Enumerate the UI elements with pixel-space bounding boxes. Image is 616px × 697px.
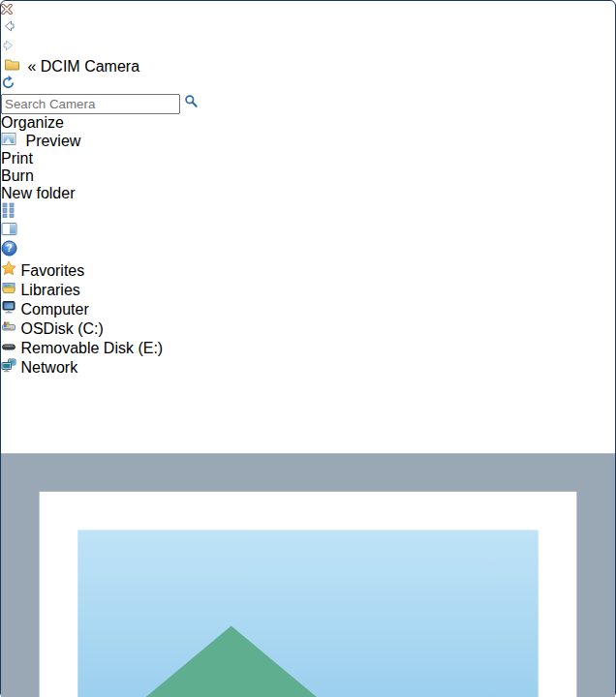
image-file-icon xyxy=(1,377,615,697)
breadcrumb-item-dcim[interactable]: DCIM xyxy=(41,58,80,75)
window-controls xyxy=(1,1,615,18)
svg-text:?: ? xyxy=(6,243,12,254)
forward-arrow-icon xyxy=(1,38,16,53)
breadcrumb-item-camera[interactable]: Camera xyxy=(84,58,139,75)
star-icon xyxy=(1,262,20,279)
search-box[interactable] xyxy=(1,94,615,114)
sidebar-item-favorites[interactable]: Favorites xyxy=(1,260,615,280)
sidebar-item-label: OSDisk (C:) xyxy=(20,320,103,337)
organize-label: Organize xyxy=(1,114,64,131)
back-arrow-icon xyxy=(1,18,16,34)
sidebar-item-computer[interactable]: Computer xyxy=(1,299,615,318)
sidebar-item-label: Computer xyxy=(20,301,88,318)
change-view-button[interactable] xyxy=(1,202,615,222)
help-icon: ? xyxy=(1,240,17,257)
preview-pane-toggle-button[interactable] xyxy=(1,222,615,240)
new-folder-label: New folder xyxy=(1,185,75,201)
sidebar-item-label: Libraries xyxy=(20,282,79,298)
network-icon xyxy=(1,359,20,376)
address-bar[interactable]: « DCIM Camera xyxy=(1,57,615,94)
help-button[interactable]: ? xyxy=(1,240,615,260)
sidebar-item-label: Network xyxy=(20,359,77,376)
titlebar xyxy=(1,1,615,18)
breadcrumb-overflow-chevron[interactable]: « xyxy=(27,58,36,75)
forward-button[interactable] xyxy=(1,38,615,57)
views-grid-icon xyxy=(1,202,17,218)
breadcrumb: « DCIM Camera xyxy=(1,57,615,76)
print-button[interactable]: Print xyxy=(1,150,615,167)
explorer-body: Favorites Libraries xyxy=(1,260,615,697)
command-toolbar: Organize Preview Print Burn New fo xyxy=(1,114,615,260)
explorer-window: « DCIM Camera xyxy=(0,0,616,697)
navigation-pane: Favorites Libraries xyxy=(1,260,615,377)
preview-label: Preview xyxy=(25,133,80,149)
libraries-icon xyxy=(1,282,20,298)
print-label: Print xyxy=(1,150,33,167)
search-icon[interactable] xyxy=(184,94,199,108)
preview-button[interactable]: Preview xyxy=(1,132,615,150)
preview-image-icon xyxy=(1,132,16,146)
burn-label: Burn xyxy=(1,167,34,184)
file-row: photo xyxy=(1,377,615,697)
close-button[interactable] xyxy=(1,1,615,18)
sidebar-item-osdisk-c[interactable]: OSDisk (C:) xyxy=(1,318,615,338)
new-folder-button[interactable]: New folder xyxy=(1,185,615,202)
search-input[interactable] xyxy=(1,94,180,114)
sidebar-item-removable-disk-e[interactable]: Removable Disk (E:) xyxy=(1,338,615,357)
sidebar-item-label: Favorites xyxy=(20,262,84,279)
preview-pane-icon xyxy=(1,222,17,236)
navigation-bar: « DCIM Camera xyxy=(1,18,615,114)
removable-disk-icon xyxy=(1,340,20,356)
organize-button[interactable]: Organize xyxy=(1,114,615,132)
folder-icon[interactable] xyxy=(4,57,20,72)
os-disk-icon xyxy=(1,320,20,337)
sidebar-item-label: Removable Disk (E:) xyxy=(20,340,163,356)
sidebar-item-libraries[interactable]: Libraries xyxy=(1,280,615,299)
computer-icon xyxy=(1,301,20,318)
refresh-icon xyxy=(1,76,15,90)
sidebar-item-network[interactable]: Network xyxy=(1,357,615,377)
file-list: photo ♪ video xyxy=(1,377,615,697)
burn-button[interactable]: Burn xyxy=(1,167,615,185)
client-area: Organize Preview Print Burn New fo xyxy=(1,114,615,697)
back-button[interactable] xyxy=(1,18,615,38)
close-icon xyxy=(1,4,13,15)
refresh-button[interactable] xyxy=(1,76,615,94)
